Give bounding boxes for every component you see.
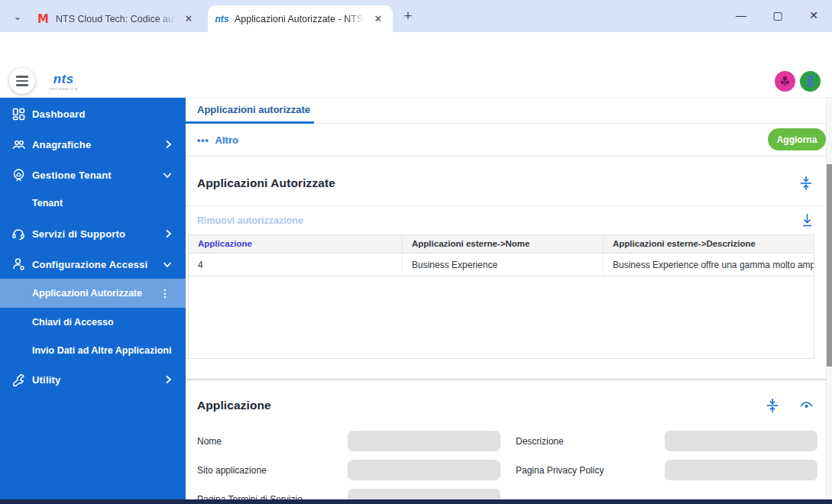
nome-input[interactable]: [348, 431, 500, 451]
authorized-apps-table[interactable]: Applicazione Applicazioni esterne->Nome …: [188, 234, 814, 359]
field-label-descrizione: Descrizione: [516, 436, 564, 447]
browser-tab-active[interactable]: nts Applicazioni Autorizzate - NTS C ✕: [208, 5, 393, 32]
chevron-down-icon: [163, 261, 172, 268]
tab-title: NTS Cloud Tech: Codice autentic: [56, 14, 176, 24]
browser-toolbar: ← → ⟳ cloud.ntsinformatica.it/manage/TGl…: [0, 32, 832, 65]
sidebar-item-applicazioni-autorizzate[interactable]: Applicazioni Autorizzate ⋮: [0, 279, 186, 308]
sidebar-item-invio-dati[interactable]: Invio Dati ad Altre Applicazioni: [0, 336, 186, 365]
user-avatar-green[interactable]: [800, 71, 821, 92]
sidebar-item-anagrafiche[interactable]: Anagrafiche: [0, 130, 186, 159]
sidebar-item-tenant[interactable]: Tenant: [0, 189, 186, 218]
cell-nome: Business Experience: [403, 254, 604, 276]
sidebar-item-gestione-tenant[interactable]: Gestione Tenant: [0, 160, 186, 189]
nts-logo-text: nts: [49, 72, 78, 87]
tab-search-icon[interactable]: ⌄: [8, 6, 28, 26]
dashboard-icon: [11, 106, 26, 121]
cell-applicazione: 4: [189, 254, 403, 276]
page-tab-bar: Applicazioni autorizzate: [186, 98, 826, 124]
window-maximize-button[interactable]: ▢: [760, 0, 795, 31]
collapse-vertical-icon[interactable]: [799, 176, 813, 189]
collapse-vertical-icon[interactable]: [766, 398, 779, 412]
more-menu-button[interactable]: ••• Altro: [197, 134, 238, 146]
table-header-row: Applicazione Applicazioni esterne->Nome …: [189, 235, 814, 254]
field-label-sito-applicazione: Sito applicazione: [197, 465, 267, 476]
table-row[interactable]: 4 Business Experience Business Experienc…: [189, 254, 814, 276]
rimuovi-autorizzazione-button[interactable]: Rimuovi autorizzazione: [197, 215, 303, 226]
window-close-button[interactable]: ✕: [796, 0, 831, 31]
sidebar-item-label: Tenant: [32, 198, 63, 208]
sidebar-item-label: Servizi di Supporto: [32, 228, 125, 240]
nts-icon: nts: [215, 12, 228, 25]
sidebar: Dashboard Anagrafiche Gestione Tenant Te…: [0, 98, 186, 500]
user-gear-icon: [11, 257, 26, 272]
sidebar-item-label: Configurazione Accessi: [32, 259, 147, 270]
sidebar-item-label: Applicazioni Autorizzate: [32, 288, 142, 299]
sidebar-item-servizi-di-supporto[interactable]: Servizi di Supporto: [0, 219, 186, 248]
user-avatar-pink[interactable]: [775, 71, 795, 92]
nts-logo-subtext: INFORMATICA: [49, 87, 78, 91]
tenant-icon: [11, 167, 26, 183]
hamburger-menu-button[interactable]: [9, 68, 35, 94]
section2-title: Applicazione: [197, 399, 271, 412]
aggiorna-button[interactable]: Aggiorna: [768, 128, 826, 150]
sidebar-item-configurazione-accessi[interactable]: Configurazione Accessi: [0, 250, 186, 279]
new-tab-button[interactable]: +: [400, 8, 416, 24]
sidebar-item-label: Gestione Tenant: [32, 170, 112, 181]
chevron-right-icon: [165, 229, 172, 238]
sidebar-item-label: Anagrafiche: [32, 139, 91, 150]
sidebar-item-label: Chiavi di Accesso: [32, 317, 114, 328]
sidebar-item-label: Invio Dati ad Altre Applicazioni: [32, 345, 171, 356]
kebab-menu-icon[interactable]: ⋮: [160, 287, 170, 299]
page-action-row: ••• Altro Aggiorna: [186, 124, 826, 157]
bottom-edge-strip: [0, 499, 832, 504]
app-header: [0, 65, 832, 98]
scrollbar-thumb[interactable]: [827, 164, 832, 367]
cell-descrizione: Business Experience offre una gamma molt…: [604, 254, 814, 276]
section1-divider: [186, 205, 826, 206]
browser-tab-gmail[interactable]: M NTS Cloud Tech: Codice autentic ✕: [29, 5, 203, 32]
column-header-nome[interactable]: Applicazioni esterne->Nome: [403, 235, 604, 253]
browser-titlebar: ⌄ M NTS Cloud Tech: Codice autentic ✕ nt…: [0, 0, 832, 32]
sito-applicazione-input[interactable]: [348, 460, 500, 480]
column-header-descrizione[interactable]: Applicazioni esterne->Descrizione: [604, 235, 814, 253]
tab-title: Applicazioni Autorizzate - NTS C: [235, 14, 365, 24]
download-icon[interactable]: [801, 213, 814, 227]
wrench-icon: [11, 372, 26, 387]
chevron-right-icon: [165, 140, 172, 149]
more-label: Altro: [215, 134, 238, 146]
field-label-pagina-privacy-policy: Pagina Privacy Policy: [516, 465, 604, 476]
sidebar-item-label: Utility: [32, 374, 61, 386]
eye-icon[interactable]: [799, 400, 813, 414]
field-label-nome: Nome: [197, 436, 222, 447]
column-header-applicazione[interactable]: Applicazione: [189, 235, 403, 253]
section1-title: Applicazioni Autorizzate: [197, 176, 335, 190]
sidebar-item-dashboard[interactable]: Dashboard: [0, 99, 186, 128]
pagina-privacy-policy-input[interactable]: [665, 460, 817, 480]
chevron-down-icon: [163, 172, 172, 179]
section-divider: [186, 379, 826, 380]
tab-close-icon[interactable]: ✕: [371, 12, 385, 26]
window-minimize-button[interactable]: —: [724, 0, 759, 31]
descrizione-input[interactable]: [665, 431, 817, 451]
chevron-right-icon: [165, 375, 172, 384]
people-icon: [11, 137, 26, 152]
ellipsis-icon: •••: [197, 135, 209, 146]
nts-logo: nts INFORMATICA: [49, 72, 78, 91]
tab-close-icon[interactable]: ✕: [182, 12, 196, 26]
gmail-icon: M: [37, 12, 50, 25]
sidebar-item-label: Dashboard: [32, 108, 86, 120]
tab-applicazioni-autorizzate[interactable]: Applicazioni autorizzate: [197, 104, 310, 115]
sidebar-item-chiavi-di-accesso[interactable]: Chiavi di Accesso: [0, 308, 186, 337]
headset-icon: [11, 226, 26, 241]
sidebar-item-utility[interactable]: Utility: [0, 365, 186, 394]
